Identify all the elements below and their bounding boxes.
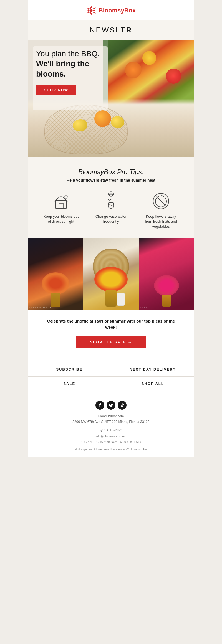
tiktok-icon[interactable]: [118, 401, 127, 410]
hero-section: You plan the BBQ. We'll bring the blooms…: [28, 40, 194, 157]
footer-website: BloomsyBox.com: [36, 414, 186, 419]
newsltr-bold: LTR: [116, 26, 133, 34]
svg-point-4: [87, 10, 89, 11]
logo-area: BloomsyBox: [28, 6, 194, 16]
email-container: BloomsyBox NEWSLTR: [28, 0, 194, 457]
footer-company: BloomsyBox.com 3200 NW 67th Ave SUITE 29…: [36, 414, 186, 425]
shop-sale-button[interactable]: SHOP THE SALE →: [76, 336, 146, 348]
svg-rect-6: [56, 201, 67, 208]
tips-grid: Keep your blooms out of direct sunlight: [36, 191, 186, 229]
footer-section: BloomsyBox.com 3200 NW 67th Ave SUITE 29…: [28, 394, 194, 457]
celebrate-text: Celebrate the unofficial start of summer…: [44, 318, 178, 331]
tip-item-water: Change vase water frequently: [86, 191, 136, 229]
tip-label-water: Change vase water frequently: [93, 214, 129, 224]
nav-row-1: SUBSCRIBE NEXT DAY DELIVERY: [28, 362, 194, 377]
nav-row-2: SALE SHOP ALL: [28, 377, 194, 391]
tip-item-nofruit: Keep flowers away from fresh fruits and …: [136, 191, 186, 229]
blooms-1: [42, 272, 69, 295]
gallery-photo-orange-roses: LIVE BEAUTIFULLY: [28, 238, 83, 310]
shop-now-button[interactable]: SHOP NOW: [36, 85, 76, 95]
svg-point-21: [110, 192, 112, 194]
vase-3: [162, 295, 171, 307]
bag-net: [44, 105, 128, 154]
gallery-photo-sunflowers: [83, 238, 139, 310]
logo-text: BloomsyBox: [99, 7, 136, 14]
fruit-orange: [94, 110, 111, 127]
facebook-icon[interactable]: [95, 401, 104, 410]
twitter-icon[interactable]: [107, 401, 115, 410]
footer-contact: info@bloomsybox.com 1-877-422-1316 / 9:0…: [36, 434, 186, 445]
unsubscribe-link[interactable]: Unsubscribe.: [130, 448, 147, 451]
pro-tips-subtitle: Help your flowers stay fresh in the summ…: [36, 178, 186, 182]
blooms-2: [94, 267, 128, 292]
bloomsy-logo-icon: [86, 6, 96, 16]
vase-water-icon: [101, 191, 121, 210]
tip-label-nofruit: Keep flowers away from fresh fruits and …: [143, 214, 179, 229]
celebrate-section: Celebrate the unofficial start of summer…: [28, 310, 194, 356]
newsltr-normal: NEWS: [90, 26, 116, 34]
photo-label-3: LIVE B...: [140, 306, 150, 308]
pro-tips-section: BloomsyBox Pro Tips: Help your flowers s…: [28, 157, 194, 238]
fruit-lemon-2: [111, 116, 124, 128]
nav-link-next-day[interactable]: NEXT DAY DELIVERY: [111, 362, 195, 376]
header: BloomsyBox: [28, 0, 194, 20]
flower-orange: [125, 62, 142, 78]
nav-links-section: SUBSCRIBE NEXT DAY DELIVERY SALE SHOP AL…: [28, 356, 194, 394]
svg-point-5: [94, 10, 95, 11]
svg-line-25: [156, 196, 166, 206]
hero-line1: You plan the BBQ.: [36, 49, 100, 58]
tip-label-sunlight: Keep your blooms out of direct sunlight: [43, 214, 79, 224]
svg-line-13: [64, 195, 64, 195]
svg-point-2: [90, 7, 92, 8]
newsltr-banner: NEWSLTR: [28, 20, 194, 40]
svg-point-8: [65, 196, 67, 198]
vase-1: [51, 293, 60, 307]
hero-line2: We'll bring the blooms.: [36, 59, 89, 78]
gallery-photo-pink-flowers: LIVE B...: [139, 238, 194, 310]
svg-line-14: [68, 199, 68, 199]
hero-text-block: You plan the BBQ. We'll bring the blooms…: [36, 49, 106, 95]
svg-line-15: [68, 195, 68, 195]
house-sun-icon: [51, 191, 71, 210]
social-icons: [36, 401, 186, 410]
nav-link-sale[interactable]: SALE: [28, 377, 111, 391]
fruit-lemon-1: [73, 119, 87, 131]
nav-link-shop-all[interactable]: SHOP ALL: [111, 377, 195, 391]
footer-address: 3200 NW 67th Ave SUITE 290 Miami, Florid…: [36, 419, 186, 425]
flower-red: [166, 69, 181, 84]
footer-unsubscribe-text: No longer want to receive these emails?: [75, 448, 129, 451]
svg-point-3: [90, 13, 92, 14]
footer-unsubscribe: No longer want to receive these emails? …: [36, 448, 186, 451]
gallery-section: LIVE BEAUTIFULLY LIVE B...: [28, 238, 194, 310]
svg-rect-7: [59, 203, 63, 208]
no-fruit-icon: [151, 191, 171, 210]
vase-2: [105, 290, 117, 307]
blooms-3: [154, 275, 179, 296]
svg-point-18: [109, 193, 113, 196]
white-jug: [117, 293, 125, 306]
logo-normal-text: Bloomsy: [99, 7, 124, 14]
footer-questions-label: QUESTIONS?: [36, 427, 186, 433]
footer-phone: 1-877-422-1316 / 9:00 a.m - 6:00 p.m (ES…: [36, 439, 186, 445]
footer-email: info@bloomsybox.com: [36, 434, 186, 439]
tip-item-sunlight: Keep your blooms out of direct sunlight: [36, 191, 86, 229]
logo-accent-text: Box: [124, 7, 136, 14]
svg-point-1: [90, 9, 92, 12]
svg-line-16: [64, 199, 64, 199]
photo-label-1: LIVE BEAUTIFULLY: [29, 306, 51, 308]
pro-tips-title: BloomsyBox Pro Tips:: [36, 168, 186, 176]
flower-yellow: [142, 51, 156, 65]
nav-link-subscribe[interactable]: SUBSCRIBE: [28, 362, 111, 376]
